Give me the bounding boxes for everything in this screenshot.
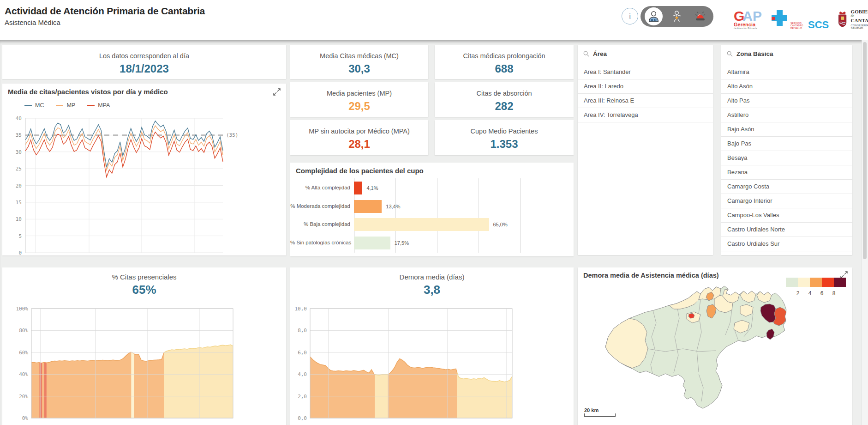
toggle-pediatria[interactable] — [668, 7, 686, 25]
svg-text:20%: 20% — [19, 394, 28, 400]
legend-item[interactable]: MPA — [87, 102, 110, 109]
siren-icon — [694, 10, 706, 23]
cantabria-shield-icon — [837, 10, 848, 29]
toggle-medicina[interactable] — [645, 7, 663, 25]
choropleth-map[interactable] — [578, 267, 852, 425]
category-label: % Moderada complejidad — [290, 203, 350, 209]
filter-header[interactable]: Área — [583, 50, 607, 57]
gobierno-line4: CONSEJERÍA DE SANIDAD — [851, 24, 868, 30]
list-item[interactable]: Bajo Pas — [721, 137, 852, 151]
svg-text:40%: 40% — [19, 371, 28, 377]
kpi-label: Media pacientes (MP) — [290, 90, 428, 97]
map-scale-label: 20 km — [584, 407, 599, 413]
chart-title: Demora media (días) — [290, 273, 574, 281]
demora-panel: Demora media (días) 3,8 0,02,04,06,08,01… — [290, 267, 574, 425]
svg-text:(35): (35) — [226, 132, 239, 138]
gridline — [437, 178, 437, 253]
doctor-icon — [647, 10, 660, 23]
svg-text:8,0: 8,0 — [298, 328, 307, 334]
value-label: 17,5% — [395, 240, 409, 246]
svg-text:0%: 0% — [22, 415, 29, 421]
kpi-card: Media pacientes (MP) 29,5 — [290, 82, 428, 117]
gobierno-line3: CANTABRIA — [851, 18, 868, 23]
kpi-date-card: Los datos corresponden al día 18/1/2023 — [2, 45, 286, 79]
kpi-value: 282 — [435, 100, 574, 113]
map-scale-bar — [584, 413, 616, 417]
chart-title: Media de citas/pacientes vistos por día … — [8, 88, 168, 96]
list-item[interactable]: Besaya — [721, 151, 852, 165]
pct-presenciales-panel: % Citas presenciales 65% 0%20%40%60%80%1… — [2, 267, 286, 425]
svg-text:30: 30 — [16, 149, 22, 155]
toggle-urgencias[interactable] — [691, 7, 709, 25]
legend-swatch — [56, 105, 63, 106]
bar[interactable] — [354, 237, 390, 249]
list-item[interactable]: Bajo Asón — [721, 122, 852, 137]
svg-text:40: 40 — [16, 115, 22, 121]
expand-icon[interactable] — [273, 88, 281, 96]
list-item[interactable]: Alto Pas — [721, 94, 852, 108]
svg-text:2,0: 2,0 — [298, 394, 307, 400]
list-item[interactable]: Area IV: Torrelavega — [578, 108, 713, 122]
list-item[interactable]: Castro Urdiales Sur — [721, 237, 852, 251]
dashboard: Actividad de Atención Primaria de Cantab… — [0, 0, 868, 425]
value-label: 13,4% — [386, 204, 400, 209]
baby-icon — [670, 10, 683, 23]
value-label: 65,0% — [493, 222, 508, 227]
app-header: Actividad de Atención Primaria de Cantab… — [0, 0, 868, 40]
list-item[interactable]: Castro Urdiales Norte — [721, 223, 852, 237]
list-item[interactable]: Area III: Reinosa E — [578, 94, 713, 108]
map-panel: Demora media de Asistencia médica (días)… — [578, 267, 852, 425]
svg-text:25: 25 — [16, 166, 22, 172]
gap-logo-ap: AP — [742, 8, 762, 24]
list-item[interactable]: Altamira — [721, 65, 852, 79]
map-region[interactable] — [605, 318, 648, 368]
svg-text:80%: 80% — [19, 328, 28, 334]
filter-list: AltamiraAlto AsónAlto PasAstilleroBajo A… — [721, 65, 852, 255]
page-title: Actividad de Atención Primaria de Cantab… — [5, 6, 205, 17]
svg-text:20: 20 — [16, 183, 22, 189]
line-chart-panel: Media de citas/pacientes vistos por día … — [2, 84, 286, 255]
chart-kpi-value: 65% — [2, 283, 286, 297]
chart-kpi-value: 3,8 — [290, 283, 574, 297]
category-label: % Baja complejidad — [290, 221, 350, 227]
kpi-card: Media Citas médicas (MC) 30,3 — [290, 45, 428, 79]
bar[interactable] — [354, 218, 489, 231]
list-item[interactable]: Area II: Laredo — [578, 79, 713, 94]
kpi-label: Citas médicas prolongación — [435, 52, 574, 60]
filter-header[interactable]: Zona Básica — [727, 50, 773, 57]
list-item[interactable]: Camargo Interior — [721, 194, 852, 208]
line-chart[interactable]: 0510152025303540(35) — [2, 84, 286, 255]
logo-strip: GAP Gerencia de Atención Primaria SERVIC… — [734, 5, 863, 34]
list-item[interactable]: Camargo Costa — [721, 180, 852, 194]
bar[interactable] — [354, 182, 362, 194]
list-item[interactable]: Campoo-Los Valles — [721, 208, 852, 223]
legend-item[interactable]: MP — [56, 102, 75, 109]
kpi-value: 29,5 — [290, 100, 428, 113]
filter-list: Area I: SantanderArea II: LaredoArea III… — [578, 65, 713, 255]
kpi-value: 688 — [435, 62, 574, 75]
svg-text:35: 35 — [16, 132, 22, 138]
list-item[interactable]: Bezana — [721, 165, 852, 180]
svg-text:10,0: 10,0 — [295, 306, 307, 312]
filter-title: Zona Básica — [736, 50, 773, 57]
chart-title: Complejidad de los pacientes del cupo — [296, 167, 424, 175]
kpi-label: Media Citas médicas (MC) — [290, 52, 428, 60]
scrollbar-thumb[interactable] — [863, 42, 867, 259]
kpi-value: 28,1 — [290, 138, 428, 151]
kpi-card: Cupo Medio Pacientes 1.353 — [435, 120, 574, 155]
legend-item[interactable]: MC — [24, 102, 44, 109]
scs-cross-icon — [770, 9, 789, 30]
bar-chart[interactable]: % Alta complejidad4,1%% Moderada complej… — [290, 176, 574, 256]
title-block: Actividad de Atención Primaria de Cantab… — [5, 6, 205, 26]
value-label: 4,1% — [366, 185, 378, 191]
page-scrollbar[interactable] — [862, 40, 868, 425]
list-item[interactable]: Alto Asón — [721, 79, 852, 94]
bar[interactable] — [354, 200, 382, 213]
svg-text:4,0: 4,0 — [298, 371, 307, 377]
info-icon[interactable]: i — [622, 8, 638, 24]
list-item[interactable]: Astillero — [721, 108, 852, 122]
list-item[interactable]: Area I: Santander — [578, 65, 713, 79]
gap-logo-line2: de Atención Primaria — [734, 27, 762, 30]
kpi-label: Los datos corresponden al día — [2, 52, 286, 60]
list-item[interactable]: Cazoña — [721, 251, 852, 255]
